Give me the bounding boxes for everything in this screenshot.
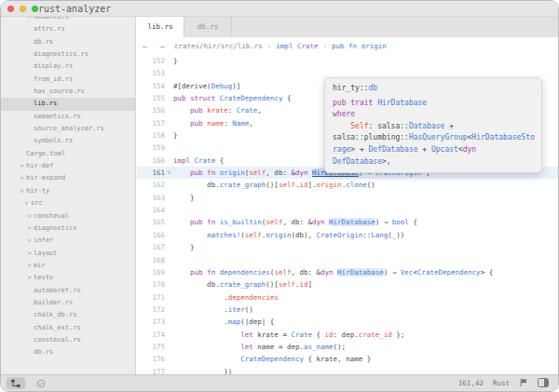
code-line[interactable]: 173 .map(|dep| { (137, 316, 558, 328)
code-token[interactable]: HirDatabase (329, 218, 375, 226)
code-text: } (173, 192, 195, 204)
tree-item[interactable]: from_id.rs (1, 74, 135, 86)
fold-chevron-icon[interactable]: v (165, 167, 173, 179)
code-line[interactable]: 166 matches!(self.origin(db), CrateOrigi… (137, 229, 558, 241)
check-circle-icon[interactable] (32, 377, 50, 389)
chevron-right-icon[interactable]: > (25, 260, 34, 272)
tree-item[interactable]: lib.rs (1, 98, 135, 110)
tree-item[interactable]: source_analyzer.rs (1, 123, 135, 135)
code-token: (|dep| { (240, 318, 274, 326)
tree-item[interactable]: >diagnostics (1, 223, 135, 235)
flag-icon[interactable] (519, 378, 528, 389)
fold-spacer (165, 155, 173, 167)
tree-item[interactable]: autoderef.rs (1, 285, 135, 297)
breadcrumb-segment[interactable]: impl (276, 42, 297, 50)
code-line[interactable]: 167 } (137, 241, 558, 253)
code-line[interactable]: 168 (137, 254, 558, 266)
tree-item[interactable]: db.rs (1, 346, 135, 358)
tree-item[interactable]: >tests (1, 272, 135, 284)
tree-item[interactable]: >hir-def (1, 160, 135, 172)
code-token: id (325, 331, 334, 339)
code-line[interactable]: 171 .dependencies (137, 291, 558, 304)
tree-item[interactable]: has_source.rs (1, 86, 135, 98)
panel-right-icon[interactable] (538, 378, 549, 389)
tooltip-line: where (333, 109, 534, 121)
tree-item[interactable]: vhir-ty (1, 185, 135, 197)
tree-item[interactable]: attrs.rs (1, 23, 135, 35)
tree-item[interactable]: >mir (1, 260, 135, 272)
chevron-down-icon[interactable]: v (18, 185, 26, 197)
code-line[interactable]: 172 .iter() (137, 304, 558, 316)
line-number: 157 (137, 117, 165, 129)
chevron-right-icon[interactable]: > (25, 210, 34, 223)
tree-item[interactable]: >consteval (1, 210, 135, 223)
minimize-window-button[interactable] (20, 6, 26, 12)
code-line[interactable]: 152} (137, 55, 558, 67)
tree-item[interactable]: symbols.rs (1, 135, 135, 147)
code-text: db.crate_graph()[self.id].origin.clone() (173, 179, 375, 191)
chevron-right-icon[interactable]: > (25, 223, 34, 235)
code-line[interactable]: 176 CrateDependency { krate, name } (137, 353, 558, 365)
breadcrumb-segment[interactable]: origin (361, 42, 387, 50)
breadcrumb-segment[interactable]: crates/hir/src/lib.rs (174, 42, 263, 50)
code-line[interactable]: 170 db.crate_graph()[self.id] (137, 278, 558, 291)
tree-item[interactable]: >semantics (1, 17, 135, 23)
tree-item[interactable]: chalk_ext.rs (1, 322, 135, 334)
code-token: plumbing (364, 133, 401, 142)
tree-item-label: has_source.rs (34, 86, 85, 98)
chevron-right-icon[interactable]: > (25, 17, 34, 23)
code-token: bool (392, 218, 409, 226)
tree-item[interactable]: consteval.rs (1, 334, 135, 346)
zoom-window-button[interactable] (32, 6, 38, 12)
tree-item[interactable]: semantics.rs (1, 111, 135, 123)
code-line[interactable]: 165 pub fn is_builtin(self, db: &dyn Hir… (137, 216, 558, 228)
tooltip-line: hir_ty::db (333, 83, 534, 95)
tree-item[interactable]: builder.rs (1, 297, 135, 309)
code-line[interactable]: 164 (137, 204, 558, 216)
close-window-button[interactable] (7, 6, 14, 12)
tree-item[interactable]: db.rs (1, 36, 135, 48)
tree-item[interactable]: display.rs (1, 61, 135, 73)
tree-item[interactable]: >layout (1, 248, 135, 260)
code-line[interactable]: 162 db.crate_graph()[self.id].origin.clo… (137, 179, 558, 191)
code-token: db. (173, 181, 220, 189)
back-arrow-icon[interactable]: ← (137, 42, 154, 51)
code-line[interactable]: 177 }) (137, 366, 558, 374)
language-mode[interactable]: Rust (493, 379, 510, 387)
code-token: ()[ (266, 181, 279, 189)
tree-item[interactable]: diagnostics.rs (1, 48, 135, 61)
code-token: CrateDependency (417, 268, 481, 277)
tab-lib.rs[interactable]: lib.rs (137, 17, 184, 37)
breadcrumb-segment[interactable]: Crate (297, 42, 319, 50)
code-token: : dep. (334, 331, 359, 339)
code-line[interactable]: 163 } (137, 192, 558, 204)
forward-arrow-icon[interactable]: → (154, 42, 170, 51)
chevron-down-icon[interactable]: v (22, 197, 31, 210)
code-line[interactable]: 174 let krate = Crate { id: dep.crate_id… (137, 329, 558, 341)
code-line[interactable]: 175 let name = dep.as_name(); (137, 341, 558, 353)
code-token[interactable]: HirDatabase (337, 268, 384, 277)
tree-item[interactable]: >infer (1, 235, 135, 247)
code-token: , db: & (266, 169, 295, 177)
code-text: CrateDependency { krate, name } (173, 353, 371, 365)
code-text: let name = dep.as_name(); (173, 341, 346, 353)
tree-item[interactable]: chalk_db.rs (1, 309, 135, 321)
chevron-right-icon[interactable]: > (25, 272, 34, 284)
breadcrumb-segment[interactable]: pub fn (332, 42, 361, 50)
chevron-right-icon[interactable]: > (25, 248, 34, 260)
fold-spacer (165, 204, 173, 216)
tree-item[interactable]: >hir-expand (1, 172, 135, 184)
tab-db.rs[interactable]: db.rs (184, 17, 232, 37)
chevron-right-icon[interactable]: > (25, 235, 34, 247)
code-token: Crate (291, 331, 312, 339)
chevron-right-icon[interactable]: > (18, 172, 26, 184)
tree-view-icon[interactable] (7, 377, 25, 389)
tree-item[interactable]: Cargo.toml (1, 148, 135, 160)
line-number: 160 (137, 155, 165, 167)
tree-item[interactable]: vsrc (1, 197, 135, 210)
code-token (173, 355, 240, 363)
code-line[interactable]: 169 pub fn dependencies(self, db: &dyn H… (137, 266, 558, 278)
code-token (173, 268, 190, 277)
tooltip-line: rage> + DefDatabase + Upcast<dyn (333, 144, 534, 156)
chevron-right-icon[interactable]: > (18, 160, 26, 172)
